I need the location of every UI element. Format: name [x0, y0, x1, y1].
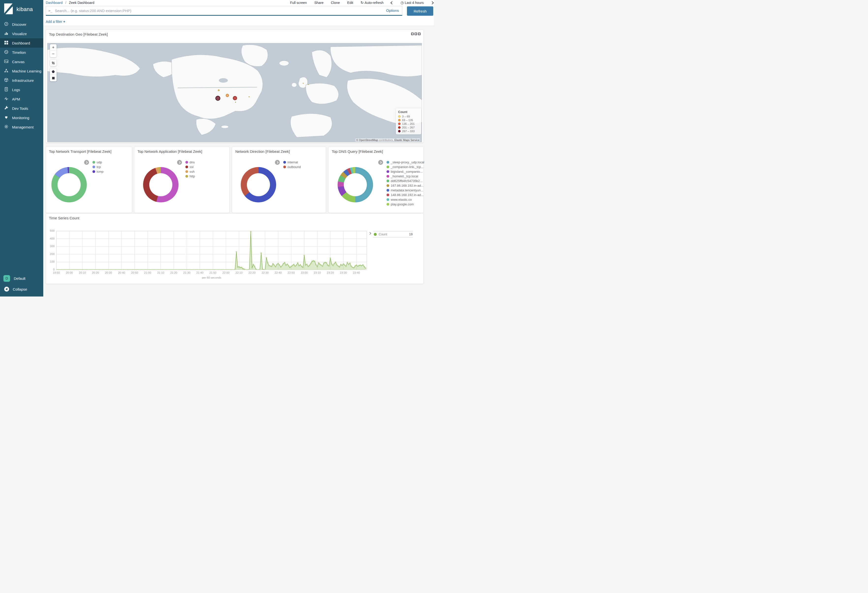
- legend-expand-icon[interactable]: [368, 232, 371, 235]
- geo-point-marker[interactable]: [226, 94, 229, 97]
- legend-expand-button[interactable]: [177, 160, 182, 165]
- sidebar-item-discover[interactable]: Discover: [0, 20, 43, 29]
- legend-item[interactable]: 167.86.168.192.in-ad...: [387, 183, 424, 188]
- menu-item-full-screen[interactable]: Full screen: [290, 1, 307, 5]
- x-axis-tick: 22:20: [247, 271, 257, 274]
- sidebar-item-infrastructure[interactable]: Infrastructure: [0, 76, 43, 85]
- panel-title: Top Destination Geo [Filebeat Zeek]: [49, 32, 108, 36]
- polygon-tool-button[interactable]: [50, 68, 56, 75]
- legend-color-dot: [185, 161, 188, 163]
- panel-top-dns-query: Top DNS Query [Filebeat Zeek] _sleep-pro…: [328, 147, 424, 213]
- legend-color-dot: [398, 126, 400, 129]
- legend-item[interactable]: icmp: [93, 169, 103, 174]
- sidebar-item-apm[interactable]: APM: [0, 94, 43, 104]
- geo-point-marker[interactable]: [218, 90, 220, 91]
- legend-item[interactable]: dns: [185, 160, 195, 165]
- legend-item[interactable]: _sleep-proxy._udp.local: [387, 160, 424, 165]
- dashboard-icon: [4, 41, 8, 46]
- rectangle-tool-button[interactable]: [50, 75, 56, 81]
- breadcrumb-dashboard-link[interactable]: Dashboard: [46, 1, 63, 5]
- legend-expand-button[interactable]: [84, 160, 89, 165]
- series-label[interactable]: Count: [379, 232, 387, 236]
- plus-icon: +: [63, 20, 65, 24]
- menu-item-clone[interactable]: Clone: [331, 1, 340, 5]
- clock-icon: ◷: [400, 0, 404, 5]
- search-options-link[interactable]: Options: [386, 8, 399, 13]
- map-canvas[interactable]: + − Count: [47, 43, 422, 142]
- x-axis-tick: 20:10: [77, 271, 88, 274]
- legend-expand-button[interactable]: [275, 160, 280, 165]
- donut-legend: dnssslsshhttp: [185, 160, 195, 179]
- legend-color-dot: [387, 170, 389, 173]
- legend-item[interactable]: internal: [283, 160, 301, 165]
- auto-refresh-button[interactable]: ↻Auto-refresh: [360, 0, 384, 5]
- space-avatar: D: [3, 275, 10, 282]
- donut-legend: internaloutbound: [283, 160, 301, 169]
- search-input[interactable]: [46, 6, 402, 16]
- sidebar-item-canvas[interactable]: Canvas: [0, 57, 43, 66]
- x-axis-tick: 22:40: [273, 271, 283, 274]
- legend-item[interactable]: _companion-link._tcp...: [387, 165, 424, 169]
- time-next-button[interactable]: [431, 1, 434, 4]
- x-axis-tick: 22:30: [260, 271, 270, 274]
- legend-item[interactable]: 148.86.168.192.in-ad...: [387, 193, 424, 197]
- sidebar-item-visualize[interactable]: Visualize: [0, 29, 43, 38]
- sidebar-item-dev-tools[interactable]: Dev Tools: [0, 104, 43, 113]
- legend-color-dot: [283, 161, 286, 163]
- menu-item-share[interactable]: Share: [314, 1, 323, 5]
- map-crop-control: [50, 60, 56, 66]
- x-axis-tick: 20:40: [116, 271, 127, 274]
- sidebar-collapse-button[interactable]: Collapse: [0, 284, 43, 294]
- sidebar-item-logs[interactable]: Logs: [0, 85, 43, 94]
- legend-item[interactable]: tcp: [93, 165, 103, 169]
- zoom-in-button[interactable]: +: [50, 44, 56, 51]
- refresh-button[interactable]: Refresh: [407, 6, 433, 16]
- y-axis-tick: 400: [46, 237, 55, 240]
- legend-item[interactable]: ssl: [185, 165, 195, 169]
- legend-item[interactable]: udp: [93, 160, 103, 165]
- zoom-out-button[interactable]: −: [50, 51, 56, 57]
- legend-color-dot: [93, 170, 95, 173]
- world-map: [47, 43, 422, 142]
- map-legend-item: 3 – 69: [398, 115, 419, 118]
- add-filter-link[interactable]: Add a filter+: [46, 20, 65, 24]
- legend-item[interactable]: www.elastic.co: [387, 197, 424, 202]
- legend-item[interactable]: metadata.tencentyun...: [387, 188, 424, 193]
- geo-point-marker[interactable]: [303, 83, 304, 84]
- legend-item[interactable]: _homekit._tcp.local: [387, 174, 424, 179]
- geo-point-marker[interactable]: [233, 96, 237, 100]
- sidebar-item-machine-learning[interactable]: Machine Learning: [0, 66, 43, 76]
- legend-color-dot: [387, 203, 389, 206]
- legend-item[interactable]: play.google.com: [387, 202, 424, 207]
- legend-expand-button[interactable]: [378, 160, 383, 165]
- sidebar-item-timelion[interactable]: Timelion: [0, 48, 43, 57]
- sidebar-item-monitoring[interactable]: Monitoring: [0, 113, 43, 122]
- donut-hole: [58, 173, 81, 196]
- panel-options-icon[interactable]: [411, 33, 421, 35]
- panel-top-network-transport: Top Network Transport [Filebeat Zeek] ud…: [46, 147, 132, 213]
- map-attribution: © OpenStreetMap contributors, Elastic Ma…: [356, 138, 420, 141]
- time-range-button[interactable]: ◷Last 4 hours: [400, 0, 424, 5]
- sidebar-item-management[interactable]: Management: [0, 122, 43, 132]
- panel-title: Top DNS Query [Filebeat Zeek]: [332, 149, 383, 153]
- legend-color-dot: [387, 180, 389, 182]
- top-bar: Dashboard / Zeek Dashboard Full screenSh…: [46, 0, 433, 5]
- legend-item[interactable]: bigisland._companio...: [387, 169, 424, 174]
- legend-item[interactable]: http: [185, 174, 195, 179]
- y-axis-tick: 500: [46, 229, 55, 232]
- legend-item[interactable]: outbound: [283, 165, 301, 169]
- x-axis-tick: 23:30: [338, 271, 349, 274]
- sidebar-item-default-space[interactable]: D Default: [0, 273, 43, 284]
- kibana-logo[interactable]: kibana: [0, 0, 43, 16]
- breadcrumb: Dashboard / Zeek Dashboard: [46, 1, 94, 5]
- crop-tool-button[interactable]: [50, 60, 56, 66]
- menu-item-edit[interactable]: Edit: [347, 1, 353, 5]
- legend-item[interactable]: dd625ffb4fc54735b2...: [387, 179, 424, 183]
- sidebar-item-dashboard[interactable]: Dashboard: [0, 38, 43, 48]
- legend-item[interactable]: ssh: [185, 169, 195, 174]
- legend-color-dot: [185, 166, 188, 168]
- time-series-chart[interactable]: [56, 231, 367, 271]
- logs-icon: [4, 87, 8, 92]
- time-prev-button[interactable]: [390, 1, 394, 4]
- map-legend-item: 69 – 135: [398, 118, 419, 122]
